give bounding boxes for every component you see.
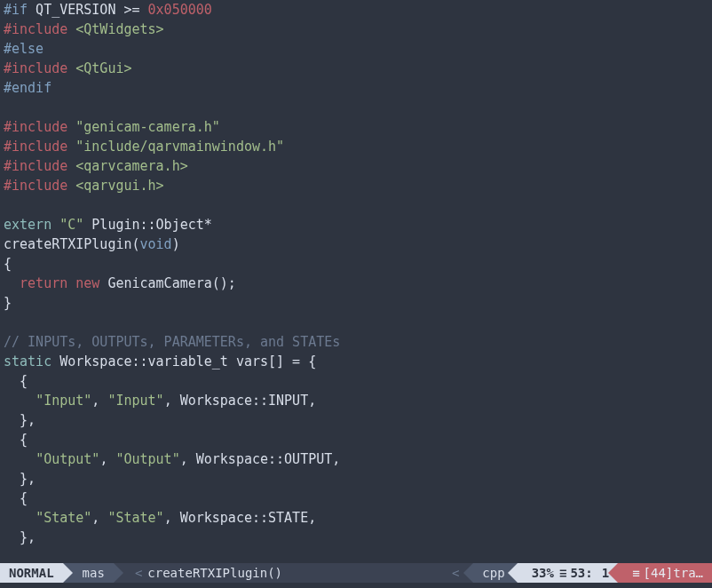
code-line[interactable]: },	[4, 410, 708, 430]
token-hdr: <qarvgui.h>	[75, 178, 163, 194]
token-num: 0x050000	[148, 2, 212, 18]
code-line[interactable]	[4, 313, 708, 332]
token-id: ,	[91, 393, 107, 409]
mode-segment: NORMAL	[0, 563, 63, 583]
percent-text: 33%	[532, 563, 554, 583]
token-ppk: #include	[4, 60, 67, 76]
token-hdr: <QtWidgets>	[75, 21, 163, 37]
token-id: Workspace::variable_t vars[] = {	[51, 354, 316, 369]
token-id: },	[4, 529, 36, 545]
token-id	[4, 510, 36, 526]
token-id	[4, 451, 36, 467]
token-kw2: new	[75, 275, 99, 291]
token-pp: #else	[4, 41, 44, 57]
code-line[interactable]: }	[4, 293, 708, 313]
token-punc: {	[4, 256, 12, 272]
token-pp: #endif	[4, 80, 51, 96]
code-line[interactable]: },	[4, 528, 708, 547]
token-ppk: #include	[4, 119, 67, 135]
code-line[interactable]: "State", "State", Workspace::STATE,	[4, 508, 708, 528]
token-ppk: #include	[4, 178, 67, 194]
token-id	[67, 21, 75, 37]
branch-name: mas	[83, 563, 105, 583]
token-punc: >=	[123, 2, 139, 18]
token-str: "Input"	[36, 393, 91, 409]
code-line[interactable]: #include "include/qarvmainwindow.h"	[4, 137, 708, 156]
token-id: , Workspace::INPUT,	[164, 393, 317, 409]
error-segment[interactable]: ≡ [44]tra…	[618, 563, 712, 583]
code-line[interactable]: #include <QtWidgets>	[4, 20, 708, 39]
code-line[interactable]: static Workspace::variable_t vars[] = {	[4, 352, 708, 371]
token-kw: static	[4, 354, 51, 369]
code-line[interactable]: {	[4, 254, 708, 274]
context-segment: < createRTXIPlugin() <	[114, 563, 473, 583]
token-hdr: <qarvcamera.h>	[75, 158, 187, 174]
token-id: QT_VERSION	[28, 2, 123, 18]
status-line: NORMAL mas < createRTXIPlugin() < cpp 33…	[0, 563, 712, 583]
error-icon: ≡	[632, 563, 639, 583]
line-icon: ≡	[559, 563, 566, 583]
token-id: ,	[91, 510, 107, 526]
code-line[interactable]: #include <qarvcamera.h>	[4, 156, 708, 176]
code-line[interactable]: createRTXIPlugin(void)	[4, 234, 708, 254]
token-kw: extern	[4, 217, 51, 233]
token-id	[4, 275, 20, 291]
token-id: },	[4, 412, 36, 428]
token-hdr: "genicam-camera.h"	[75, 119, 220, 135]
token-ppk: #include	[4, 21, 67, 37]
colon: :	[585, 563, 592, 583]
token-str: "Output"	[115, 451, 179, 467]
code-line[interactable]	[4, 98, 708, 117]
token-id: Plugin::Object*	[83, 217, 212, 233]
token-id: {	[4, 490, 28, 506]
token-cmt: // INPUTs, OUTPUTs, PARAMETERs, and STAT…	[4, 334, 340, 350]
line-number: 53	[570, 563, 585, 583]
mode-text: NORMAL	[9, 563, 54, 583]
filetype-text: cpp	[482, 563, 504, 583]
token-id	[140, 2, 148, 18]
code-line[interactable]: #else	[4, 39, 708, 59]
token-ppk: #include	[4, 158, 67, 174]
token-id: },	[4, 471, 36, 487]
code-line[interactable]: #include "genicam-camera.h"	[4, 117, 708, 137]
code-line[interactable]	[4, 195, 708, 215]
code-line[interactable]: {	[4, 489, 708, 508]
token-id: {	[4, 373, 28, 389]
position-segment: 33% ≡ 53 : 1	[518, 563, 618, 583]
code-line[interactable]: extern "C" Plugin::Object*	[4, 215, 708, 234]
token-hdr: "include/qarvmainwindow.h"	[75, 139, 284, 155]
code-line[interactable]: "Input", "Input", Workspace::INPUT,	[4, 391, 708, 410]
code-line[interactable]: {	[4, 430, 708, 449]
code-line[interactable]: #include <qarvgui.h>	[4, 176, 708, 195]
token-id	[67, 178, 75, 194]
token-id: GenicamCamera();	[99, 275, 236, 291]
code-line[interactable]: #include <QtGui>	[4, 59, 708, 78]
code-line[interactable]: return new GenicamCamera();	[4, 274, 708, 293]
error-text: [44]tra…	[644, 563, 703, 583]
token-type: void	[140, 236, 172, 252]
code-line[interactable]: // INPUTs, OUTPUTs, PARAMETERs, and STAT…	[4, 332, 708, 352]
token-hdr: <QtGui>	[75, 60, 131, 76]
code-line[interactable]: {	[4, 371, 708, 391]
token-id: , Workspace::OUTPUT,	[180, 451, 341, 467]
token-id	[67, 60, 75, 76]
token-id	[51, 217, 59, 233]
token-str: "Input"	[107, 393, 163, 409]
code-line[interactable]: "Output", "Output", Workspace::OUTPUT,	[4, 449, 708, 469]
token-punc: }	[4, 295, 12, 311]
token-id	[4, 393, 36, 409]
code-editor[interactable]: #if QT_VERSION >= 0x050000#include <QtWi…	[0, 0, 712, 547]
token-ppk: #include	[4, 139, 67, 155]
token-id: , Workspace::STATE,	[164, 510, 317, 526]
token-str: "C"	[59, 217, 83, 233]
token-str: "Output"	[36, 451, 99, 467]
token-str: "State"	[36, 510, 91, 526]
token-str: "State"	[107, 510, 163, 526]
token-id	[67, 139, 75, 155]
code-line[interactable]: #endif	[4, 78, 708, 98]
thin-separator-icon: <	[130, 563, 147, 583]
token-id	[67, 119, 75, 135]
code-line[interactable]: #if QT_VERSION >= 0x050000	[4, 0, 708, 20]
token-kw2: return	[20, 275, 67, 291]
code-line[interactable]: },	[4, 469, 708, 489]
